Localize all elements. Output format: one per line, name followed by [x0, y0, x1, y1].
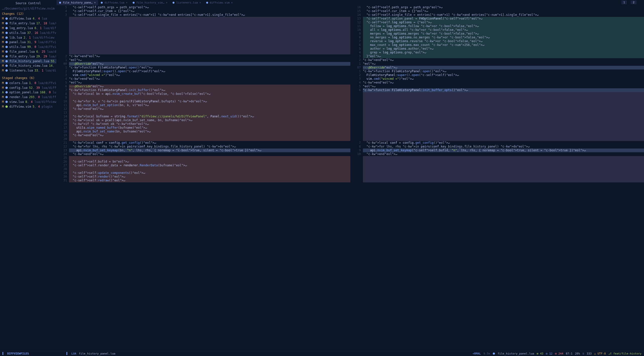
code-line[interactable]	[363, 122, 644, 126]
tab[interactable]: ⬢diffview.lua×	[98, 0, 130, 5]
code-line[interactable]	[363, 156, 644, 160]
code-line[interactable]	[69, 47, 350, 51]
code-line[interactable]	[363, 164, 644, 167]
code-line[interactable]	[69, 17, 350, 21]
code-line[interactable]	[363, 137, 644, 141]
tab[interactable]: ⬢diffview.vim×	[204, 0, 235, 5]
file-entry[interactable]: M⬢panel.lua31, 9 lua/diffview/	[0, 40, 56, 45]
code-line[interactable]: "c-kw">local conf = config.get_config()"…	[363, 141, 644, 145]
code-line[interactable]: "c-kw">for lhs, rhs "c-kw">in pairs(conf…	[363, 145, 644, 149]
code-line[interactable]	[69, 156, 350, 160]
code-line[interactable]	[69, 51, 350, 54]
code-line[interactable]: vim.cmd("wincmd =")"eol">↵	[363, 77, 644, 81]
code-line[interactable]	[363, 133, 644, 137]
file-entry[interactable]: M⬢render.lua293, 0 lua/diffvie	[0, 95, 56, 100]
code-line[interactable]	[69, 111, 350, 115]
code-line[interactable]	[363, 111, 644, 115]
code-line[interactable]: "c-kw">end"eol">↵	[363, 81, 644, 85]
tab[interactable]: ⬢file_history_pane…×	[56, 0, 98, 5]
code-line[interactable]: "c-kw">end"eol">↵	[69, 107, 350, 111]
code-right[interactable]: "c-self">self.path_args = path_args"eol"…	[363, 6, 644, 351]
tab[interactable]: ⬢file_history_vie…×	[130, 0, 170, 5]
file-entry[interactable]: M⬢diffview.lua4, 4 lua	[0, 16, 56, 21]
staged-header[interactable]: Staged changes (6)	[0, 76, 56, 81]
code-line[interactable]: "c-kw">end"eol">↵	[69, 54, 350, 58]
code-line[interactable]	[363, 103, 644, 107]
code-line[interactable]: FileHistoryPanel:super().open("c-self">s…	[363, 73, 644, 77]
code-line[interactable]: "c-kw">end"eol">↵	[363, 152, 644, 156]
code-line[interactable]: FileHistoryPanel:super().open("c-self">s…	[69, 69, 350, 73]
code-line[interactable]: "c-kw">end"eol">↵	[69, 133, 350, 137]
file-entry[interactable]: M⬢file_history_panel.lua55, 25	[0, 59, 56, 64]
code-line[interactable]: "c-kw">local ok = pcall(api.nvim_buf_set…	[69, 118, 350, 122]
code-line[interactable]	[69, 39, 350, 43]
code-line[interactable]: "c-self">self.single_file = entries["c-n…	[363, 13, 644, 17]
code-line[interactable]: api.nvim_buf_set_keymap(bn, "n", lhs, rh…	[69, 149, 350, 152]
code-line[interactable]: "c-kw">local conf = config.get_config()"…	[69, 141, 350, 145]
changes-header[interactable]: Changes (12)	[0, 11, 56, 17]
code-line[interactable]	[363, 175, 644, 179]
code-line[interactable]	[363, 96, 644, 100]
code-line[interactable]: "c-kw">function FileHistoryPanel:open()"…	[69, 66, 350, 69]
code-line[interactable]	[69, 167, 350, 171]
code-line[interactable]: "c-kw">for lhs, rhs "c-kw">in pairs(conf…	[69, 145, 350, 149]
code-line[interactable]	[363, 167, 644, 171]
code-line[interactable]: "eol">↵	[363, 85, 644, 88]
code-line[interactable]: "c-self">self.path_args = path_args"eol"…	[363, 6, 644, 9]
code-line[interactable]	[69, 36, 350, 39]
code-line[interactable]: "c-self">self.log_options = {"eol">↵	[363, 21, 644, 24]
close-icon[interactable]: ×	[199, 1, 201, 5]
code-line[interactable]: "c-kw">end"eol">↵	[69, 152, 350, 156]
code-line[interactable]: max_count = log_options.max_count "c-kw"…	[363, 43, 644, 47]
code-line[interactable]: "eol">↵	[69, 58, 350, 62]
code-line[interactable]: follow = log_options.follow "c-kw">or "c…	[363, 24, 644, 28]
code-line[interactable]: api.nvim_buf_set_name(bn, bufname)"eol">…	[69, 130, 350, 133]
code-line[interactable]	[363, 171, 644, 175]
code-line[interactable]	[363, 92, 644, 96]
code-line[interactable]: no_merges = log_options.no_merges "c-kw"…	[363, 36, 644, 39]
file-entry[interactable]: M⬢file_entry.lua17, 18 lua/dif	[0, 21, 56, 26]
code-line[interactable]	[69, 96, 350, 100]
code-line[interactable]: }"eol">↵	[363, 54, 644, 58]
code-line[interactable]: ---@Override"eol">↵	[69, 62, 350, 66]
code-line[interactable]: vim.cmd("wincmd =")"eol">↵	[69, 73, 350, 77]
close-icon[interactable]: ×	[94, 1, 96, 5]
code-line[interactable]: "c-kw">end"eol">↵	[69, 77, 350, 81]
file-entry[interactable]: M⬢file_entry.lua29, 29 lua/dif	[0, 54, 56, 59]
code-line[interactable]: "c-self">self:render()"eol">↵	[69, 175, 350, 179]
close-icon[interactable]: ×	[231, 1, 233, 5]
code-line[interactable]: "c-kw">function FileHistoryPanel:init_bu…	[363, 88, 644, 92]
diff-pane-right[interactable]: 161514131211109876543218712345678910 "c-…	[350, 6, 644, 351]
code-line[interactable]: "c-self">self.single_file = entries["c-n…	[69, 13, 350, 17]
code-line[interactable]: ---@Override"eol">↵	[363, 66, 644, 69]
code-line[interactable]: reverse = log_options.reverse "c-kw">or …	[363, 39, 644, 43]
code-line[interactable]: merges = log_options.merges "c-kw">or "c…	[363, 32, 644, 36]
code-line[interactable]	[69, 32, 350, 36]
file-entry[interactable]: A⬢option_panel.lua168, 0 lua/d	[0, 90, 56, 95]
code-line[interactable]: all = log_options.all "c-kw">or "c-bool"…	[363, 28, 644, 32]
file-entry[interactable]: M⬢lib.lua2, 1 lua/diffview	[0, 35, 56, 40]
close-icon[interactable]: ×	[166, 1, 167, 5]
file-entry[interactable]: M⬢view.lua8, 4 lua/diffview/vi	[0, 100, 56, 104]
code-line[interactable]: "c-kw">local bufname = string.format("di…	[69, 115, 350, 118]
code-line[interactable]	[363, 118, 644, 122]
file-entry[interactable]: M⬢utils.lua99, 0 lua/diffview	[0, 45, 56, 49]
diff-pane-left[interactable]: 543 218012345678910111213141516171819202…	[56, 6, 350, 351]
code-line[interactable]: "c-self">self.render_data = renderer.Ren…	[69, 164, 350, 167]
code-line[interactable]	[363, 126, 644, 130]
code-line[interactable]: "c-self">self.path_args = path_args"eol"…	[69, 6, 350, 9]
code-line[interactable]: "c-kw">for k, v "c-kw">in pairs(FileHist…	[69, 100, 350, 103]
tab[interactable]: ⬢listeners.lua×	[170, 0, 203, 5]
code-line[interactable]	[69, 28, 350, 32]
code-line[interactable]: author = log_options.author,"eol">↵	[363, 47, 644, 51]
code-line[interactable]	[363, 107, 644, 111]
code-line[interactable]: "c-kw">function FileHistoryPanel:open()"…	[363, 69, 644, 73]
file-entry[interactable]: M⬢config.lua52, 39 lua/diffvie	[0, 86, 56, 90]
code-line[interactable]: api.nvim_buf_set_keymap("c-self">self.bu…	[363, 149, 644, 152]
file-entry[interactable]: M⬢diffview.vim5, 4 plugin	[0, 104, 56, 109]
code-line[interactable]	[363, 160, 644, 164]
code-line[interactable]: "c-self">self:update_components()"eol">↵	[69, 171, 350, 175]
code-left[interactable]: "c-self">self.path_args = path_args"eol"…	[69, 6, 350, 351]
code-line[interactable]: "c-self">self.bufid = bn"eol">↵	[69, 160, 350, 164]
code-line[interactable]: "eol">↵	[363, 62, 644, 66]
